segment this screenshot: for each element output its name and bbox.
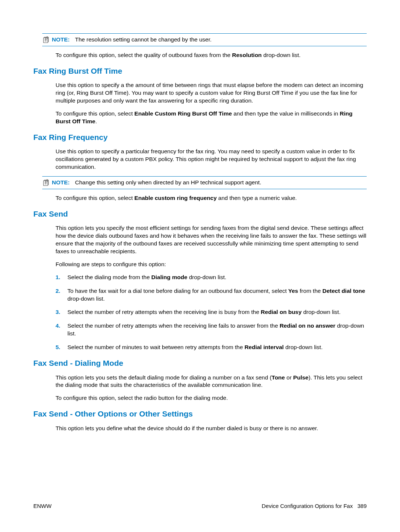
bold: Enable Custom Ring Burst Off Time <box>134 110 232 117</box>
text: To configure this option, select the qua… <box>56 52 232 58</box>
heading-fax-send: Fax Send <box>33 209 367 219</box>
bold: Redial on no answer <box>280 322 336 329</box>
note-ringfreq: NOTE: Change this setting only when dire… <box>42 176 367 189</box>
page-number: 389 <box>357 503 367 509</box>
para-ringfreq-config: To configure this option, select Enable … <box>56 194 367 202</box>
step-number: 1. <box>56 274 60 281</box>
faxsend-steps: 1. Select the dialing mode from the Dial… <box>56 274 367 351</box>
page-footer: ENWW Device Configuration Options for Fa… <box>33 502 367 510</box>
note-text: NOTE: Change this setting only when dire… <box>52 179 261 187</box>
para-faxsend-desc: This option lets you specify the most ef… <box>56 224 367 255</box>
step-number: 5. <box>56 344 60 351</box>
note-text: NOTE: The resolution setting cannot be c… <box>52 36 211 44</box>
text: drop-down list. <box>301 309 340 315</box>
text: This option lets you sets the default di… <box>56 374 271 381</box>
text: To have the fax wait for a dial tone bef… <box>67 288 288 294</box>
list-item: 2. To have the fax wait for a dial tone … <box>56 287 367 303</box>
para-ringfreq-desc: Use this option to specify a particular … <box>56 148 367 171</box>
bold: Detect dial tone <box>322 288 365 294</box>
footer-left: ENWW <box>33 502 51 510</box>
heading-fax-ring-burst: Fax Ring Burst Off Time <box>33 66 367 76</box>
step-number: 3. <box>56 308 60 316</box>
text: drop-down list. <box>67 295 105 302</box>
footer-section-title: Device Configuration Options for Fax <box>262 503 353 509</box>
text: or <box>285 374 293 381</box>
bold-resolution: Resolution <box>232 52 261 58</box>
step-number: 4. <box>56 322 60 330</box>
note-icon <box>42 179 50 186</box>
heading-other-options: Fax Send - Other Options or Other Settin… <box>33 409 367 419</box>
heading-dialing-mode: Fax Send - Dialing Mode <box>33 358 367 368</box>
para-faxsend-intro: Following are steps to configure this op… <box>56 261 367 268</box>
text: To configure this option, select <box>56 195 134 201</box>
bold: Dialing mode <box>151 274 187 280</box>
step-number: 2. <box>56 287 60 295</box>
bold: Pulse <box>293 374 309 381</box>
text: from the <box>298 288 322 294</box>
bold: Enable custom ring frequency <box>134 195 217 201</box>
heading-fax-ring-frequency: Fax Ring Frequency <box>33 132 367 143</box>
note-label: NOTE: <box>52 36 70 43</box>
note-icon <box>42 36 50 43</box>
bold: Redial interval <box>244 344 284 350</box>
list-item: 5. Select the number of minutes to wait … <box>56 344 367 351</box>
text: . <box>95 118 97 124</box>
para-other-desc: This option lets you define what the dev… <box>56 425 367 432</box>
note-body: The resolution setting cannot be changed… <box>75 36 212 43</box>
text: and then type a numeric value. <box>217 195 297 201</box>
note-body: Change this setting only when directed b… <box>75 179 261 185</box>
list-item: 4. Select the number of retry attempts w… <box>56 322 367 338</box>
text: drop-down list. <box>262 52 301 58</box>
para-ringburst-config: To configure this option, select Enable … <box>56 110 367 126</box>
para-resolution-config: To configure this option, select the qua… <box>56 51 367 59</box>
note-resolution: NOTE: The resolution setting cannot be c… <box>42 33 367 46</box>
text: Select the number of minutes to wait bet… <box>67 344 244 350</box>
bold: Tone <box>271 374 285 381</box>
text: Select the dialing mode from the <box>67 274 151 280</box>
text: drop-down list. <box>187 274 226 280</box>
text: To configure this option, select <box>56 110 134 117</box>
text: Select the number of retry attempts when… <box>67 309 261 315</box>
para-ringburst-desc: Use this option to specify a the amount … <box>56 81 367 105</box>
para-dialing-desc: This option lets you sets the default di… <box>56 374 367 389</box>
list-item: 3. Select the number of retry attempts w… <box>56 308 367 316</box>
text: Select the number of retry attempts when… <box>67 322 280 329</box>
para-dialing-config: To configure this option, select the rad… <box>56 394 367 402</box>
note-label: NOTE: <box>52 179 70 185</box>
list-item: 1. Select the dialing mode from the Dial… <box>56 274 367 281</box>
bold: Yes <box>288 288 298 294</box>
text: drop-down list. <box>284 344 323 350</box>
text: and then type the value in milliseconds … <box>232 110 340 117</box>
footer-right: Device Configuration Options for Fax 389 <box>262 502 367 510</box>
bold: Redial on busy <box>261 309 301 315</box>
